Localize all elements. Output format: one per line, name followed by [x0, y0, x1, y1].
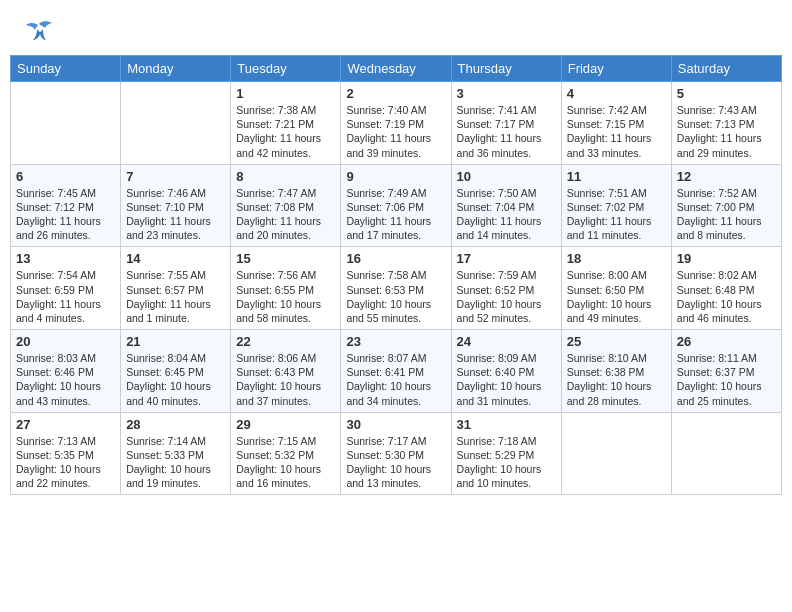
day-number: 29 — [236, 417, 335, 432]
calendar-cell: 20Sunrise: 8:03 AMSunset: 6:46 PMDayligh… — [11, 330, 121, 413]
day-info: Sunrise: 8:11 AMSunset: 6:37 PMDaylight:… — [677, 351, 776, 408]
col-header-sunday: Sunday — [11, 56, 121, 82]
calendar-cell: 15Sunrise: 7:56 AMSunset: 6:55 PMDayligh… — [231, 247, 341, 330]
day-info: Sunrise: 7:49 AMSunset: 7:06 PMDaylight:… — [346, 186, 445, 243]
day-number: 3 — [457, 86, 556, 101]
col-header-saturday: Saturday — [671, 56, 781, 82]
calendar-cell: 10Sunrise: 7:50 AMSunset: 7:04 PMDayligh… — [451, 164, 561, 247]
day-number: 28 — [126, 417, 225, 432]
day-number: 30 — [346, 417, 445, 432]
day-info: Sunrise: 8:04 AMSunset: 6:45 PMDaylight:… — [126, 351, 225, 408]
calendar-week-row: 13Sunrise: 7:54 AMSunset: 6:59 PMDayligh… — [11, 247, 782, 330]
day-number: 25 — [567, 334, 666, 349]
calendar-cell: 14Sunrise: 7:55 AMSunset: 6:57 PMDayligh… — [121, 247, 231, 330]
day-number: 1 — [236, 86, 335, 101]
calendar-cell: 29Sunrise: 7:15 AMSunset: 5:32 PMDayligh… — [231, 412, 341, 495]
day-number: 15 — [236, 251, 335, 266]
day-number: 18 — [567, 251, 666, 266]
day-number: 2 — [346, 86, 445, 101]
day-number: 13 — [16, 251, 115, 266]
page-header — [10, 10, 782, 47]
calendar-cell — [121, 82, 231, 165]
day-info: Sunrise: 7:58 AMSunset: 6:53 PMDaylight:… — [346, 268, 445, 325]
day-info: Sunrise: 7:46 AMSunset: 7:10 PMDaylight:… — [126, 186, 225, 243]
calendar-cell: 8Sunrise: 7:47 AMSunset: 7:08 PMDaylight… — [231, 164, 341, 247]
day-info: Sunrise: 7:17 AMSunset: 5:30 PMDaylight:… — [346, 434, 445, 491]
calendar-table: SundayMondayTuesdayWednesdayThursdayFrid… — [10, 55, 782, 495]
calendar-cell: 31Sunrise: 7:18 AMSunset: 5:29 PMDayligh… — [451, 412, 561, 495]
day-info: Sunrise: 7:54 AMSunset: 6:59 PMDaylight:… — [16, 268, 115, 325]
calendar-cell: 28Sunrise: 7:14 AMSunset: 5:33 PMDayligh… — [121, 412, 231, 495]
day-number: 9 — [346, 169, 445, 184]
calendar-cell: 21Sunrise: 8:04 AMSunset: 6:45 PMDayligh… — [121, 330, 231, 413]
calendar-cell: 9Sunrise: 7:49 AMSunset: 7:06 PMDaylight… — [341, 164, 451, 247]
logo-bird-icon — [25, 20, 53, 42]
day-number: 8 — [236, 169, 335, 184]
day-number: 11 — [567, 169, 666, 184]
day-number: 21 — [126, 334, 225, 349]
day-number: 23 — [346, 334, 445, 349]
calendar-cell — [11, 82, 121, 165]
day-info: Sunrise: 7:56 AMSunset: 6:55 PMDaylight:… — [236, 268, 335, 325]
day-info: Sunrise: 7:40 AMSunset: 7:19 PMDaylight:… — [346, 103, 445, 160]
calendar-cell: 6Sunrise: 7:45 AMSunset: 7:12 PMDaylight… — [11, 164, 121, 247]
day-info: Sunrise: 7:43 AMSunset: 7:13 PMDaylight:… — [677, 103, 776, 160]
calendar-cell: 11Sunrise: 7:51 AMSunset: 7:02 PMDayligh… — [561, 164, 671, 247]
calendar-cell: 3Sunrise: 7:41 AMSunset: 7:17 PMDaylight… — [451, 82, 561, 165]
day-info: Sunrise: 8:09 AMSunset: 6:40 PMDaylight:… — [457, 351, 556, 408]
day-info: Sunrise: 7:41 AMSunset: 7:17 PMDaylight:… — [457, 103, 556, 160]
day-number: 6 — [16, 169, 115, 184]
calendar-cell: 27Sunrise: 7:13 AMSunset: 5:35 PMDayligh… — [11, 412, 121, 495]
day-info: Sunrise: 7:47 AMSunset: 7:08 PMDaylight:… — [236, 186, 335, 243]
day-number: 26 — [677, 334, 776, 349]
day-number: 14 — [126, 251, 225, 266]
calendar-week-row: 1Sunrise: 7:38 AMSunset: 7:21 PMDaylight… — [11, 82, 782, 165]
calendar-cell: 18Sunrise: 8:00 AMSunset: 6:50 PMDayligh… — [561, 247, 671, 330]
calendar-cell: 7Sunrise: 7:46 AMSunset: 7:10 PMDaylight… — [121, 164, 231, 247]
day-number: 4 — [567, 86, 666, 101]
day-number: 7 — [126, 169, 225, 184]
calendar-week-row: 20Sunrise: 8:03 AMSunset: 6:46 PMDayligh… — [11, 330, 782, 413]
col-header-thursday: Thursday — [451, 56, 561, 82]
calendar-week-row: 6Sunrise: 7:45 AMSunset: 7:12 PMDaylight… — [11, 164, 782, 247]
calendar-cell: 16Sunrise: 7:58 AMSunset: 6:53 PMDayligh… — [341, 247, 451, 330]
day-info: Sunrise: 8:10 AMSunset: 6:38 PMDaylight:… — [567, 351, 666, 408]
calendar-cell: 25Sunrise: 8:10 AMSunset: 6:38 PMDayligh… — [561, 330, 671, 413]
col-header-monday: Monday — [121, 56, 231, 82]
day-number: 22 — [236, 334, 335, 349]
calendar-cell: 2Sunrise: 7:40 AMSunset: 7:19 PMDaylight… — [341, 82, 451, 165]
calendar-cell: 24Sunrise: 8:09 AMSunset: 6:40 PMDayligh… — [451, 330, 561, 413]
calendar-cell: 19Sunrise: 8:02 AMSunset: 6:48 PMDayligh… — [671, 247, 781, 330]
day-number: 19 — [677, 251, 776, 266]
day-info: Sunrise: 7:14 AMSunset: 5:33 PMDaylight:… — [126, 434, 225, 491]
day-info: Sunrise: 7:18 AMSunset: 5:29 PMDaylight:… — [457, 434, 556, 491]
day-info: Sunrise: 7:51 AMSunset: 7:02 PMDaylight:… — [567, 186, 666, 243]
day-number: 17 — [457, 251, 556, 266]
logo — [25, 20, 57, 42]
calendar-week-row: 27Sunrise: 7:13 AMSunset: 5:35 PMDayligh… — [11, 412, 782, 495]
day-info: Sunrise: 7:45 AMSunset: 7:12 PMDaylight:… — [16, 186, 115, 243]
day-info: Sunrise: 7:50 AMSunset: 7:04 PMDaylight:… — [457, 186, 556, 243]
calendar-cell: 1Sunrise: 7:38 AMSunset: 7:21 PMDaylight… — [231, 82, 341, 165]
calendar-cell: 30Sunrise: 7:17 AMSunset: 5:30 PMDayligh… — [341, 412, 451, 495]
calendar-cell: 13Sunrise: 7:54 AMSunset: 6:59 PMDayligh… — [11, 247, 121, 330]
day-info: Sunrise: 7:52 AMSunset: 7:00 PMDaylight:… — [677, 186, 776, 243]
day-number: 31 — [457, 417, 556, 432]
day-number: 27 — [16, 417, 115, 432]
calendar-cell — [671, 412, 781, 495]
calendar-header-row: SundayMondayTuesdayWednesdayThursdayFrid… — [11, 56, 782, 82]
calendar-cell: 17Sunrise: 7:59 AMSunset: 6:52 PMDayligh… — [451, 247, 561, 330]
col-header-tuesday: Tuesday — [231, 56, 341, 82]
day-info: Sunrise: 7:15 AMSunset: 5:32 PMDaylight:… — [236, 434, 335, 491]
day-number: 12 — [677, 169, 776, 184]
day-info: Sunrise: 8:06 AMSunset: 6:43 PMDaylight:… — [236, 351, 335, 408]
day-info: Sunrise: 7:42 AMSunset: 7:15 PMDaylight:… — [567, 103, 666, 160]
day-info: Sunrise: 7:59 AMSunset: 6:52 PMDaylight:… — [457, 268, 556, 325]
day-info: Sunrise: 7:38 AMSunset: 7:21 PMDaylight:… — [236, 103, 335, 160]
calendar-cell: 22Sunrise: 8:06 AMSunset: 6:43 PMDayligh… — [231, 330, 341, 413]
calendar-cell: 4Sunrise: 7:42 AMSunset: 7:15 PMDaylight… — [561, 82, 671, 165]
day-number: 16 — [346, 251, 445, 266]
day-info: Sunrise: 8:03 AMSunset: 6:46 PMDaylight:… — [16, 351, 115, 408]
day-number: 10 — [457, 169, 556, 184]
col-header-wednesday: Wednesday — [341, 56, 451, 82]
